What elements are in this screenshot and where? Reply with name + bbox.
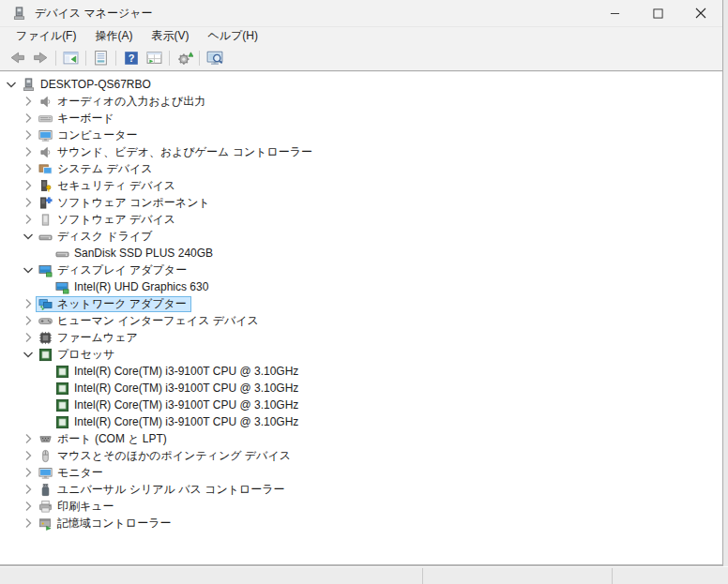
chevron-right-icon[interactable] xyxy=(21,127,36,142)
tree-item[interactable]: プロセッサ xyxy=(0,346,722,363)
update-driver-icon[interactable] xyxy=(173,47,196,69)
device-manager-window: デバイス マネージャー ファイル(F) 操作(A) 表示(V) ヘルプ(H) D… xyxy=(0,0,723,566)
chevron-placeholder xyxy=(38,364,53,379)
tree-item[interactable]: セキュリティ デバイス xyxy=(0,177,722,194)
chevron-placeholder xyxy=(38,414,53,429)
help-icon[interactable] xyxy=(119,47,143,69)
tree-item[interactable]: 印刷キュー xyxy=(0,498,722,515)
toolbar-separator xyxy=(55,51,56,66)
toolbar-separator xyxy=(199,51,200,66)
tree-item[interactable]: DESKTOP-QS67RBO xyxy=(0,76,722,93)
tree-item[interactable]: 記憶域コントローラー xyxy=(0,515,722,532)
tree-item[interactable]: ヒューマン インターフェイス デバイス xyxy=(0,312,722,329)
security-device-icon xyxy=(38,179,53,193)
tree-item[interactable]: コンピューター xyxy=(0,127,722,143)
tree-item[interactable]: オーディオの入力および出力 xyxy=(0,93,722,110)
toolbar-separator xyxy=(115,51,116,66)
processor-icon xyxy=(55,415,69,429)
disk-drive-icon xyxy=(38,230,53,244)
network-adapter-icon xyxy=(38,297,53,311)
chevron-right-icon[interactable] xyxy=(21,330,36,345)
chevron-placeholder xyxy=(38,397,53,412)
mouse-icon xyxy=(38,449,53,463)
chevron-right-icon[interactable] xyxy=(21,94,36,109)
chevron-right-icon[interactable] xyxy=(21,178,36,193)
menu-file[interactable]: ファイル(F) xyxy=(7,26,85,46)
device-tree: DESKTOP-QS67RBO オーディオの入力および出力 キーボード コンピュ… xyxy=(0,72,722,564)
chevron-down-icon[interactable] xyxy=(21,347,36,362)
processor-icon xyxy=(38,348,53,362)
chevron-right-icon[interactable] xyxy=(21,296,36,311)
show-console-tree-icon[interactable] xyxy=(59,47,83,69)
tree-item[interactable]: ディスプレイ アダプター xyxy=(0,262,722,278)
tree-item[interactable]: サウンド、ビデオ、およびゲーム コントローラー xyxy=(0,143,722,160)
menu-view[interactable]: 表示(V) xyxy=(142,26,198,46)
background-divider xyxy=(422,568,423,584)
keyboard-icon xyxy=(38,112,53,126)
tree-item[interactable]: Intel(R) Core(TM) i3-9100T CPU @ 3.10GHz xyxy=(0,397,722,413)
tree-item[interactable]: Intel(R) Core(TM) i3-9100T CPU @ 3.10GHz xyxy=(0,380,722,397)
chevron-right-icon[interactable] xyxy=(21,111,36,126)
tree-item[interactable]: キーボード xyxy=(0,110,722,127)
chevron-right-icon[interactable] xyxy=(21,499,36,514)
maximize-button[interactable] xyxy=(636,0,679,26)
chevron-right-icon[interactable] xyxy=(21,516,36,531)
forward-icon[interactable] xyxy=(29,47,53,69)
tree-item[interactable]: システム デバイス xyxy=(0,160,722,177)
chevron-right-icon[interactable] xyxy=(21,144,36,159)
chevron-right-icon[interactable] xyxy=(21,195,36,210)
toolbar-separator xyxy=(85,51,86,66)
tree-item[interactable]: マウスとそのほかのポインティング デバイス xyxy=(0,447,722,464)
usb-icon xyxy=(38,483,53,497)
desktop-background xyxy=(0,566,728,584)
tree-item[interactable]: Intel(R) Core(TM) i3-9100T CPU @ 3.10GHz xyxy=(0,413,722,430)
tree-item[interactable]: ソフトウェア コンポーネント xyxy=(0,194,722,211)
action-items-icon[interactable] xyxy=(143,47,166,69)
display-adapter-icon xyxy=(55,280,69,294)
menu-action[interactable]: 操作(A) xyxy=(85,26,142,46)
tree-item[interactable]: ディスク ドライブ xyxy=(0,228,722,245)
tree-item[interactable]: ファームウェア xyxy=(0,329,722,346)
tree-item[interactable]: SanDisk SSD PLUS 240GB xyxy=(0,245,722,262)
titlebar: デバイス マネージャー xyxy=(0,0,722,26)
chevron-right-icon[interactable] xyxy=(21,482,36,497)
close-button[interactable] xyxy=(679,0,722,26)
chevron-right-icon[interactable] xyxy=(21,448,36,463)
window-title: デバイス マネージャー xyxy=(35,6,153,22)
chevron-right-icon[interactable] xyxy=(21,313,36,328)
app-icon xyxy=(12,7,26,21)
properties-icon[interactable] xyxy=(89,47,113,69)
chevron-right-icon[interactable] xyxy=(21,465,36,480)
window-controls xyxy=(593,0,722,26)
minimize-button[interactable] xyxy=(593,0,636,26)
processor-icon xyxy=(55,365,69,379)
software-component-icon xyxy=(38,196,53,210)
software-device-icon xyxy=(38,213,53,227)
tree-item[interactable]: ソフトウェア デバイス xyxy=(0,211,722,228)
chevron-right-icon[interactable] xyxy=(21,431,36,446)
back-icon[interactable] xyxy=(6,47,29,69)
port-icon xyxy=(38,432,53,446)
computer-monitor-icon xyxy=(38,128,53,142)
tree-item[interactable]: ポート (COM と LPT) xyxy=(0,430,722,447)
menu-help[interactable]: ヘルプ(H) xyxy=(198,26,267,46)
tree-item[interactable]: モニター xyxy=(0,464,722,481)
chevron-right-icon[interactable] xyxy=(21,161,36,176)
background-divider xyxy=(612,568,613,584)
menu-bar: ファイル(F) 操作(A) 表示(V) ヘルプ(H) xyxy=(0,26,722,45)
chevron-placeholder xyxy=(38,279,53,294)
scan-hardware-changes-icon[interactable] xyxy=(203,47,226,69)
chevron-down-icon[interactable] xyxy=(21,262,36,277)
processor-icon xyxy=(55,382,69,396)
chevron-placeholder xyxy=(38,381,53,396)
tree-item-selected[interactable]: ネットワーク アダプター xyxy=(0,295,722,312)
chevron-down-icon[interactable] xyxy=(4,77,19,92)
tree-item[interactable]: ユニバーサル シリアル バス コントローラー xyxy=(0,481,722,498)
tree-item[interactable]: Intel(R) Core(TM) i3-9100T CPU @ 3.10GHz xyxy=(0,363,722,380)
tree-item[interactable]: Intel(R) UHD Graphics 630 xyxy=(0,278,722,295)
chevron-down-icon[interactable] xyxy=(21,229,36,244)
toolbar xyxy=(0,45,722,71)
chevron-right-icon[interactable] xyxy=(21,212,36,227)
disk-drive-icon xyxy=(55,247,69,261)
print-queue-icon xyxy=(38,500,53,514)
